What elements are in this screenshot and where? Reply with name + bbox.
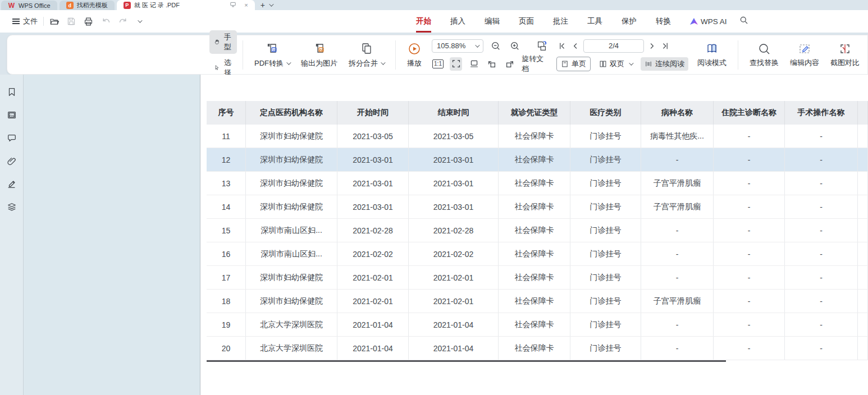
table-cell: -: [714, 172, 785, 195]
plus-icon: +: [261, 1, 265, 10]
split-merge-label: 拆分合并: [349, 58, 378, 68]
table-cell: 2021-03-05: [337, 125, 409, 148]
pdf-convert-label: PDF转换: [254, 58, 284, 68]
rotate-left-button[interactable]: [486, 57, 498, 71]
table-cell: 2021-02-28: [409, 219, 499, 242]
menu-convert[interactable]: 转换: [656, 10, 671, 33]
zoom-in-button[interactable]: [508, 39, 522, 53]
split-merge-button[interactable]: 拆分合并: [343, 40, 390, 70]
table-cell: -: [785, 266, 858, 289]
menu-home[interactable]: 开始: [416, 10, 431, 33]
menu-page[interactable]: 页面: [519, 10, 534, 33]
zoom-out-icon: [491, 41, 501, 51]
rotate-doc-label[interactable]: 旋转文档: [522, 54, 549, 74]
book-icon: [705, 42, 719, 56]
pdf-convert-button[interactable]: W PDF转换: [249, 40, 295, 70]
rotate-pages-button[interactable]: [535, 39, 549, 53]
edit-content-button[interactable]: 编辑内容: [784, 41, 825, 69]
table-cell: -: [785, 337, 858, 360]
menu-tools[interactable]: 工具: [587, 10, 602, 33]
new-tab-button[interactable]: +: [256, 0, 277, 10]
single-page-button[interactable]: 单页: [556, 57, 591, 71]
navigation-panel[interactable]: [24, 75, 200, 395]
table-cell: 2021-03-01: [337, 195, 409, 218]
fit-width-button[interactable]: [468, 57, 480, 71]
rotate-right-button[interactable]: [504, 57, 516, 71]
quickbar-more-chevron-icon[interactable]: [136, 20, 141, 23]
table-cell: -: [714, 266, 785, 289]
hand-tool-button[interactable]: 手型: [209, 30, 237, 54]
play-button[interactable]: 播放: [401, 40, 427, 70]
table-cell: 门诊挂号: [570, 337, 641, 360]
column-header: 定点医药机构名称: [246, 101, 337, 125]
divider: [243, 40, 243, 70]
column-header: 医疗类别: [570, 101, 641, 125]
table-cell: 2021-01-04: [337, 337, 409, 360]
table-cell-partial: [858, 290, 868, 313]
read-mode-button[interactable]: 阅读模式: [692, 41, 732, 69]
first-page-icon: [558, 42, 567, 50]
comment-panel-icon[interactable]: [7, 133, 17, 143]
table-cell: 2021-03-01: [337, 148, 409, 171]
tab-wps-office[interactable]: W WPS Office: [1, 1, 57, 10]
find-replace-button[interactable]: 查找替换: [744, 41, 784, 69]
export-image-button[interactable]: 输出为图片: [295, 40, 343, 70]
layers-icon[interactable]: [7, 202, 17, 212]
print-icon[interactable]: [84, 17, 93, 26]
table-cell-partial: [858, 125, 868, 148]
table-cell: -: [785, 125, 858, 148]
previous-page-button[interactable]: [570, 42, 581, 50]
chevron-down-icon[interactable]: [269, 2, 273, 6]
table-cell: 病毒性其他疾...: [641, 125, 714, 148]
continuous-read-button[interactable]: 连续阅读: [641, 57, 688, 71]
divider: [738, 40, 738, 70]
menu-insert[interactable]: 插入: [450, 10, 465, 33]
table-cell: 北京大学深圳医院: [246, 337, 337, 360]
thumbnail-panel-icon[interactable]: [7, 110, 17, 120]
table-cell: 社会保障卡: [499, 148, 570, 171]
tab-docer-templates[interactable]: d 找稻壳模板: [60, 1, 115, 10]
screenshot-compare-icon: [838, 42, 852, 56]
wps-ai-button[interactable]: WPS AI: [690, 17, 727, 26]
table-cell: -: [714, 125, 785, 148]
undo-icon[interactable]: [101, 17, 111, 26]
menu-edit[interactable]: 编辑: [485, 10, 500, 33]
zoom-out-button[interactable]: [489, 39, 502, 53]
column-header: 序号: [207, 101, 246, 125]
menu-bar: 文件 开始 插入 编辑 页面 批注 工具 保护 转换 WPS AI: [0, 10, 868, 33]
save-icon[interactable]: [67, 17, 76, 26]
signature-icon[interactable]: [7, 179, 17, 189]
table-cell: 深圳市妇幼保健院: [246, 125, 337, 148]
table-cell: -: [785, 242, 858, 265]
table-cell: -: [714, 313, 785, 336]
file-menu-button[interactable]: 文件: [12, 16, 38, 26]
tab-medical-record-pdf[interactable]: P 就 医 记 录 .PDF ×: [117, 0, 255, 10]
table-cell: -: [785, 219, 858, 242]
double-page-button[interactable]: 双页: [595, 57, 636, 71]
table-cell: 2021-02-01: [409, 266, 499, 289]
zoom-level-select[interactable]: 105.88%: [432, 39, 483, 53]
menu-protect[interactable]: 保护: [622, 10, 637, 33]
cast-monitor-icon[interactable]: [230, 1, 236, 9]
bookmark-icon[interactable]: [7, 87, 17, 97]
open-folder-icon[interactable]: [49, 17, 59, 26]
search-icon[interactable]: [739, 16, 748, 27]
screenshot-compare-button[interactable]: 截图对比: [825, 41, 865, 69]
redo-icon[interactable]: [118, 17, 128, 26]
next-page-button[interactable]: [646, 42, 657, 50]
page-number-input[interactable]: 2/4: [583, 39, 644, 53]
table-cell: 深圳市南山区妇...: [246, 242, 337, 265]
export-image-label: 输出为图片: [301, 58, 337, 68]
table-cell: 14: [207, 195, 246, 218]
last-page-button[interactable]: [660, 42, 671, 50]
actual-size-button[interactable]: 1:1: [432, 57, 444, 71]
table-cell: 社会保障卡: [499, 172, 570, 195]
fit-page-button[interactable]: [450, 57, 462, 71]
menu-annotate[interactable]: 批注: [553, 10, 568, 33]
attachment-icon[interactable]: [7, 156, 17, 166]
first-page-button[interactable]: [556, 42, 568, 50]
table-cell-partial: [858, 195, 868, 218]
table-cell: -: [641, 219, 714, 242]
compress-button[interactable]: 压缩: [865, 41, 868, 69]
close-tab-icon[interactable]: ×: [244, 2, 248, 8]
